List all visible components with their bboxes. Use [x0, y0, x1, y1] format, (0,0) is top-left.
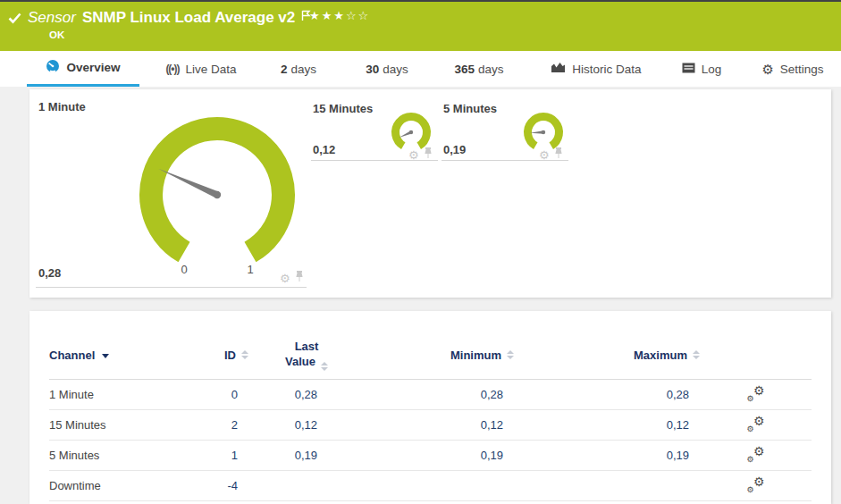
tab-2-days-number: 2: [281, 63, 288, 76]
channel-minimum: 0,12: [328, 418, 514, 432]
channel-minimum: 0,28: [328, 388, 514, 401]
status-ok-check-icon: [8, 12, 21, 28]
gauges-panel: 1 Minute 0 1 0,28 ⚙ 15 Minutes 0,12 ⚙ 5 …: [29, 89, 831, 298]
sensor-title: SNMP Linux Load Average v2: [82, 8, 295, 28]
tab-365-days-label: days: [478, 63, 504, 76]
priority-stars[interactable]: ★★★☆☆: [309, 9, 370, 22]
channel-name[interactable]: 15 Minutes: [49, 418, 206, 432]
channel-settings-gears-icon[interactable]: ⚙⚙: [747, 416, 765, 432]
gear-icon: ⚙: [761, 63, 773, 76]
channel-id: 2: [206, 418, 248, 432]
log-list-icon: [682, 63, 695, 76]
tab-30-days-number: 30: [366, 63, 379, 76]
tab-overview-label: Overview: [66, 61, 120, 74]
gauge-settings-gear-icon[interactable]: ⚙: [539, 149, 550, 161]
channel-last-value: 0,12: [248, 418, 328, 432]
column-header-channel[interactable]: Channel: [49, 349, 206, 362]
tab-log[interactable]: Log: [672, 51, 731, 87]
table-row: 15 Minutes 2 0,12 0,12 0,12 ⚙⚙: [49, 410, 812, 441]
gauge-settings-gear-icon[interactable]: ⚙: [280, 273, 290, 284]
column-header-id-label: ID: [224, 349, 236, 362]
column-header-maximum[interactable]: Maximum: [514, 349, 700, 362]
tab-log-label: Log: [702, 63, 722, 76]
gauge-icon: [46, 59, 60, 76]
gauge-min-label: 0: [181, 263, 187, 276]
sensor-status-text: OK: [49, 29, 64, 40]
tab-bar: Overview ((•)) Live Data 2 days 30 days …: [0, 51, 841, 87]
column-header-last-value[interactable]: Last Value: [248, 339, 328, 371]
tab-30-days-label: days: [383, 63, 408, 76]
gauge-value: 0,12: [313, 143, 335, 156]
gauge-max-label: 1: [247, 263, 253, 276]
sort-icon: [693, 350, 700, 359]
gauge-settings-gear-icon[interactable]: ⚙: [408, 149, 419, 161]
object-kind-label: Sensor: [28, 8, 76, 28]
channel-id: 0: [206, 388, 248, 401]
gauge-needle-hub: [214, 191, 221, 198]
tab-historic-data[interactable]: Historic Data: [543, 51, 649, 87]
channel-name[interactable]: 5 Minutes: [49, 449, 206, 462]
channel-maximum: 0,28: [514, 388, 700, 401]
gauge-divider: [311, 160, 438, 161]
gauge-title: 15 Minutes: [313, 102, 373, 115]
channel-id: 1: [206, 449, 248, 462]
column-header-value-label: Value: [285, 355, 315, 368]
channel-name[interactable]: 1 Minute: [49, 388, 206, 401]
tab-365-days[interactable]: 365 days: [440, 51, 518, 87]
table-row: 1 Minute 0 0,28 0,28 0,28 ⚙⚙: [49, 380, 812, 410]
table-row: Downtime -4 ⚙⚙: [49, 471, 812, 501]
channel-last-value: 0,19: [248, 449, 328, 462]
tab-settings-label: Settings: [780, 63, 824, 76]
channel-table: Channel ID Last Value Minimum Maximum: [49, 311, 812, 501]
table-row: 5 Minutes 1 0,19 0,19 0,19 ⚙⚙: [49, 441, 812, 471]
column-header-maximum-label: Maximum: [634, 349, 687, 362]
column-header-channel-label: Channel: [49, 349, 95, 362]
channel-settings-gears-icon[interactable]: ⚙⚙: [747, 447, 765, 462]
area-chart-icon: [551, 62, 566, 76]
table-header-row: Channel ID Last Value Minimum Maximum: [49, 311, 812, 380]
tab-settings[interactable]: ⚙ Settings: [753, 51, 833, 87]
gauge-needle-hub: [542, 130, 545, 134]
channel-id: -4: [206, 479, 248, 492]
gauge-title: 1 Minute: [38, 100, 86, 113]
tab-historic-data-label: Historic Data: [572, 63, 641, 76]
column-header-minimum-label: Minimum: [450, 349, 501, 362]
channel-last-value: 0,28: [248, 388, 328, 401]
tab-overview[interactable]: Overview: [27, 51, 139, 87]
tab-2-days[interactable]: 2 days: [266, 51, 331, 87]
sort-icon: [241, 350, 248, 359]
tab-live-data[interactable]: ((•)) Live Data: [152, 51, 250, 87]
tab-30-days[interactable]: 30 days: [351, 51, 423, 87]
channel-minimum: 0,19: [328, 449, 514, 462]
gauge-primary: 0 1: [119, 104, 315, 279]
gauge-pin-icon[interactable]: [295, 270, 304, 286]
gauge-needle-hub: [409, 130, 413, 134]
channel-name[interactable]: Downtime: [49, 479, 206, 492]
gauge-value: 0,28: [38, 266, 61, 280]
channel-table-panel: Channel ID Last Value Minimum Maximum: [29, 311, 831, 504]
channel-settings-gears-icon[interactable]: ⚙⚙: [747, 386, 765, 401]
sensor-banner: Sensor SNMP Linux Load Average v2 ★★★☆☆ …: [0, 0, 841, 51]
channel-maximum: 0,12: [514, 418, 700, 432]
tab-2-days-label: days: [290, 63, 316, 76]
sort-icon: [321, 362, 328, 371]
gauge-arc: [151, 129, 283, 252]
channel-maximum: 0,19: [514, 449, 700, 462]
gauge-title: 5 Minutes: [443, 102, 497, 115]
gauge-divider: [36, 287, 307, 288]
gauge-needle: [530, 130, 543, 134]
sort-icon: [507, 350, 514, 359]
tab-365-days-number: 365: [454, 63, 475, 76]
column-header-minimum[interactable]: Minimum: [328, 349, 514, 362]
column-header-last-label: Last: [295, 340, 319, 353]
tab-live-data-label: Live Data: [186, 63, 237, 76]
gauge-actions: ⚙: [280, 270, 304, 286]
column-header-id[interactable]: ID: [206, 349, 248, 362]
gauge-value: 0,19: [443, 143, 466, 156]
channel-settings-gears-icon[interactable]: ⚙⚙: [747, 477, 765, 492]
sort-desc-icon: [102, 354, 109, 358]
live-broadcast-icon: ((•)): [165, 63, 179, 75]
gauge-divider: [442, 160, 568, 161]
